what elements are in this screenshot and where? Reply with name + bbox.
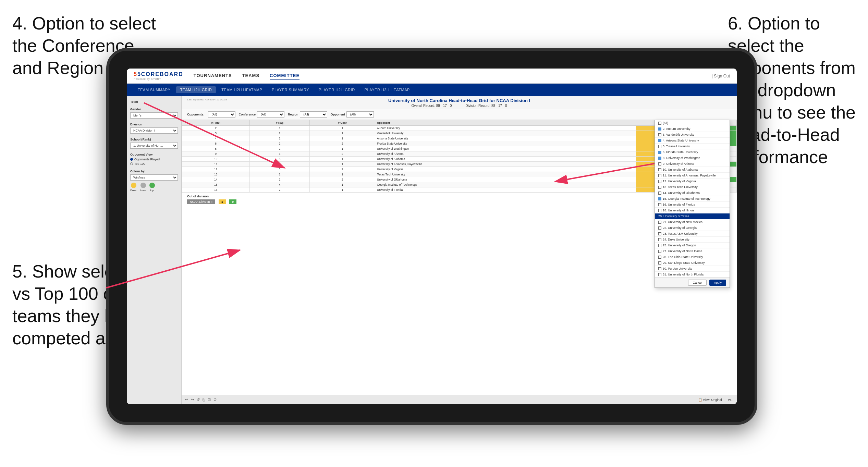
opponent-dropdown[interactable]: (All)2. Auburn University3. Vanderbilt U… (655, 120, 730, 288)
dropdown-item[interactable]: 24. Duke University (655, 237, 730, 243)
cell-opponent: University of Florida (375, 187, 636, 193)
dropdown-item[interactable]: 16. University of Florida (655, 202, 730, 208)
conference-select[interactable]: (All) (257, 111, 284, 118)
grid-records: Overall Record: 89 - 17 - 0 Division Rec… (187, 104, 731, 108)
sub-nav-player-h2h-grid[interactable]: PLAYER H2H GRID (315, 86, 359, 93)
dropdown-item[interactable]: 3. Vanderbilt University (655, 132, 730, 138)
checkbox-icon (658, 256, 661, 259)
sub-nav-team-summary[interactable]: TEAM SUMMARY (134, 86, 175, 93)
table-row: 10 5 1 University of Alabama 3 0 (182, 157, 737, 162)
dropdown-item[interactable]: 2. Auburn University (655, 126, 730, 132)
checkbox-icon (658, 267, 661, 270)
undo-btn[interactable]: ↩ (185, 397, 188, 402)
checkbox-icon (658, 157, 661, 160)
gender-select[interactable]: Men's (130, 112, 178, 119)
cell-opponent: Texas Tech University (375, 172, 636, 177)
color-up-icon (149, 183, 155, 188)
dropdown-item[interactable]: 21. University of New Mexico (655, 219, 730, 225)
redo-btn[interactable]: ↪ (191, 397, 194, 402)
dropdown-item[interactable]: 23. Texas A&M University (655, 231, 730, 237)
copy-btn[interactable]: ⎘ (203, 398, 205, 402)
dropdown-item[interactable]: 15. Georgia Institute of Technology (655, 196, 730, 202)
top100-radio[interactable]: Top 100 (130, 162, 178, 165)
dropdown-item[interactable]: 22. University of Georgia (655, 225, 730, 231)
opponent-select[interactable]: (All) (346, 111, 374, 118)
dropdown-item[interactable]: 12. University of Virginia (655, 179, 730, 184)
left-panel: Team Gender Men's Division NCAA Division… (127, 96, 182, 404)
dropdown-item[interactable]: 27. University of Notre Dame (655, 248, 730, 254)
dropdown-item[interactable]: 29. San Diego State University (655, 260, 730, 266)
refresh-btn[interactable]: ↺ (197, 397, 200, 402)
dropdown-item[interactable]: 14. University of Oklahoma (655, 190, 730, 196)
sign-out-link[interactable]: | Sign Out (712, 74, 730, 78)
grid-header: Last Updated: 4/5/2024 16:55:38 Universi… (182, 96, 737, 109)
grid-title: University of North Carolina Head-to-Hea… (187, 98, 731, 103)
checkbox-icon (658, 133, 661, 136)
checkbox-icon (658, 186, 661, 189)
color-down-label: Down (130, 189, 137, 192)
nav-tournaments[interactable]: TOURNAMENTS (194, 72, 232, 80)
cell-rag: 2 (250, 131, 310, 136)
dropdown-item-label: 2. Auburn University (663, 127, 690, 131)
dropdown-item[interactable]: 18. University of Illinois (655, 208, 730, 213)
nav-teams[interactable]: TEAMS (242, 72, 260, 80)
dropdown-item[interactable]: 11. University of Arkansas, Fayetteville (655, 173, 730, 179)
main-content: Team Gender Men's Division NCAA Division… (127, 96, 737, 404)
checkbox-icon (658, 273, 661, 276)
cell-rank: 12 (182, 167, 250, 172)
table-row: 2 1 1 Auburn University 2 1 (182, 126, 737, 131)
cell-conf: 1 (309, 157, 375, 162)
div-win: 1 (219, 199, 226, 204)
sub-nav-team-h2h-grid[interactable]: TEAM H2H GRID (176, 86, 216, 93)
table-row: 12 3 2 University of Virginia 1 0 (182, 167, 737, 172)
sub-nav-player-summary[interactable]: PLAYER SUMMARY (268, 86, 313, 93)
opponents-all-select[interactable]: (All) (208, 111, 235, 118)
nav-committee[interactable]: COMMITTEE (270, 72, 299, 80)
cell-rag: 1 (250, 172, 310, 177)
opponents-played-radio[interactable]: Opponents Played (130, 158, 178, 161)
dropdown-item[interactable]: 13. Texas Tech University (655, 184, 730, 190)
dropdown-item[interactable]: (All) (655, 120, 730, 126)
dropdown-item-label: 8. University of Washington (663, 156, 700, 160)
filter-row: Opponents: (All) Conference (All) Region… (182, 109, 737, 120)
dropdown-item[interactable]: 25. University of Oregon (655, 243, 730, 248)
school-select[interactable]: 1. University of Nort... (130, 143, 178, 149)
cell-conf: 2 (309, 177, 375, 182)
cell-rag: 5 (250, 157, 310, 162)
dropdown-footer: Cancel Apply (655, 278, 730, 287)
dropdown-item-label: 3. Vanderbilt University (663, 133, 694, 136)
col-rag: # Rag (250, 120, 310, 126)
dropdown-item-label: 24. Duke University (663, 238, 689, 241)
table-container[interactable]: # Rank # Rag # Conf Opponent Win Loss 2 … (182, 120, 737, 384)
dropdown-item[interactable]: 30. Purdue University (655, 266, 730, 272)
dropdown-item-label: 11. University of Arkansas, Fayetteville (663, 174, 716, 177)
colour-select[interactable]: Win/loss (130, 174, 178, 181)
dropdown-item[interactable]: 20. University of Texas (655, 213, 730, 219)
dropdown-item[interactable]: 9. University of Arizona (655, 161, 730, 167)
sub-nav-player-h2h-heatmap[interactable]: PLAYER H2H HEATMAP (360, 86, 414, 93)
cell-opponent: University of Oklahoma (375, 177, 636, 182)
checkbox-icon (658, 238, 661, 241)
checkbox-icon (658, 151, 661, 154)
table-row: 11 6 1 University of Arkansas, Fayettevi… (182, 162, 737, 167)
dropdown-item[interactable]: 6. Florida State University (655, 149, 730, 155)
main-nav: TOURNAMENTS TEAMS COMMITTEE (194, 72, 712, 80)
dropdown-item[interactable]: 31. University of North Florida (655, 272, 730, 278)
apply-button[interactable]: Apply (709, 280, 726, 286)
paste-btn[interactable]: ⊡ (208, 397, 211, 402)
dropdown-item[interactable]: 10. University of Alabama (655, 167, 730, 173)
cancel-button[interactable]: Cancel (688, 280, 707, 286)
region-select[interactable]: (All) (300, 111, 327, 118)
dropdown-item[interactable]: 4. Arizona State University (655, 138, 730, 144)
dropdown-item[interactable]: 5. Tulane University (655, 144, 730, 149)
checkbox-icon (658, 232, 661, 235)
dropdown-item[interactable]: 28. The Ohio State University (655, 254, 730, 260)
sub-nav-team-h2h-heatmap[interactable]: TEAM H2H HEATMAP (217, 86, 266, 93)
team-section: Team (130, 100, 178, 103)
dropdown-item-label: 12. University of Virginia (663, 180, 696, 183)
dropdown-item[interactable]: 8. University of Washington (655, 155, 730, 161)
division-select[interactable]: NCAA Division I (130, 127, 178, 134)
dropdown-item-label: 21. University of New Mexico (663, 220, 702, 224)
clock-btn[interactable]: ⊙ (213, 397, 217, 402)
cell-rag: 2 (250, 141, 310, 146)
